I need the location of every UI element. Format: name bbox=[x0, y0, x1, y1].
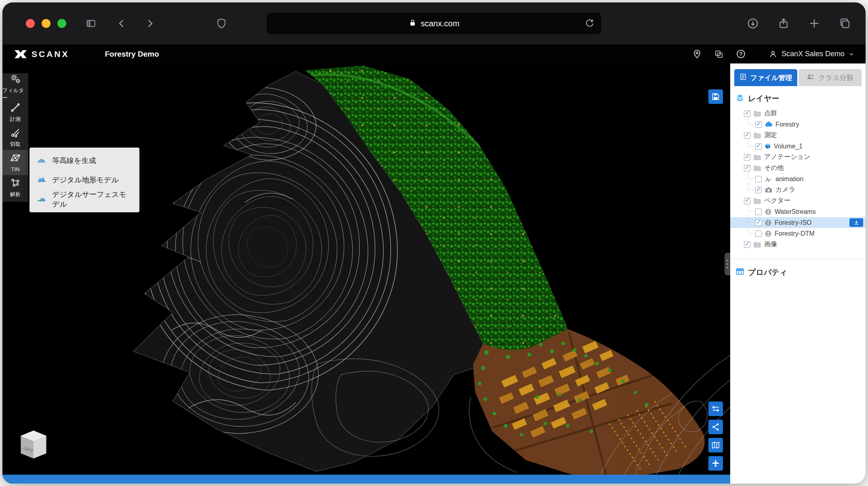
layer-checkbox[interactable] bbox=[755, 230, 762, 237]
layer-checkbox[interactable] bbox=[755, 121, 762, 128]
layer-checkbox[interactable] bbox=[744, 154, 750, 161]
translate-icon[interactable] bbox=[714, 49, 724, 59]
layer-row-forestry[interactable]: Forestry bbox=[730, 119, 866, 130]
folder-icon bbox=[754, 133, 761, 138]
privacy-shield-icon[interactable] bbox=[216, 18, 227, 29]
save-view-button[interactable] bbox=[708, 89, 723, 104]
tool-label: 解析 bbox=[10, 191, 21, 198]
dtm-mountain-icon bbox=[37, 174, 46, 186]
layer-row-volume1[interactable]: Volume_1 bbox=[730, 141, 866, 152]
folder-icon bbox=[754, 111, 761, 116]
nav-cube[interactable]: LEFT bbox=[16, 427, 51, 467]
menu-item-label: デジタルサーフェスモデル bbox=[52, 190, 132, 209]
tool-label: TIN bbox=[11, 166, 20, 172]
save-icon bbox=[711, 92, 720, 101]
dsm-surface-icon bbox=[37, 194, 46, 205]
tool-label: フィルター bbox=[2, 87, 28, 101]
tab-classification[interactable]: クラス分類 bbox=[798, 69, 862, 86]
properties-section-header[interactable]: プロパティ bbox=[730, 259, 866, 282]
layer-download-button[interactable] bbox=[849, 218, 863, 227]
url-bar[interactable]: scanx.com bbox=[267, 13, 601, 34]
layer-row-images-group[interactable]: 画像 bbox=[730, 239, 866, 250]
animation-icon bbox=[765, 176, 772, 182]
layer-checkbox[interactable] bbox=[755, 220, 762, 226]
layer-checkbox[interactable] bbox=[755, 209, 762, 215]
layer-checkbox[interactable] bbox=[744, 110, 750, 117]
user-icon bbox=[769, 50, 777, 59]
downloads-button[interactable] bbox=[747, 17, 759, 30]
tool-filter[interactable]: フィルター bbox=[2, 75, 28, 100]
transfer-arrows-icon bbox=[711, 404, 720, 413]
tool-label: 計測 bbox=[10, 116, 21, 123]
minimize-window-button[interactable] bbox=[42, 19, 51, 28]
tab-file-management[interactable]: ファイル管理 bbox=[734, 69, 797, 86]
forward-button[interactable] bbox=[144, 18, 155, 29]
layers-section-header[interactable]: レイヤー bbox=[730, 86, 866, 108]
lock-icon bbox=[409, 19, 417, 28]
layer-checkbox[interactable] bbox=[755, 187, 762, 193]
user-menu[interactable]: ScanX Sales Demo bbox=[769, 50, 854, 59]
layer-label: 画像 bbox=[764, 240, 777, 249]
layer-row-forestry-dtm[interactable]: Forestry-DTM bbox=[730, 228, 866, 239]
globe-icon bbox=[765, 220, 771, 226]
share-scene-button[interactable] bbox=[708, 420, 723, 434]
close-window-button[interactable] bbox=[26, 19, 35, 28]
folder-icon bbox=[754, 198, 761, 204]
layer-checkbox[interactable] bbox=[755, 143, 762, 150]
menu-item-dtm[interactable]: デジタル地形モデル bbox=[29, 170, 139, 190]
tab-label: クラス分類 bbox=[818, 73, 853, 82]
reload-button[interactable] bbox=[584, 18, 595, 28]
new-tab-button[interactable] bbox=[808, 17, 820, 30]
map-icon bbox=[711, 441, 720, 450]
layer-checkbox[interactable] bbox=[744, 165, 750, 171]
sidebar-toggle-button[interactable] bbox=[85, 18, 97, 29]
transfer-button[interactable] bbox=[708, 401, 723, 416]
layer-row-camera[interactable]: カメラ bbox=[730, 184, 866, 195]
layer-label: Forestry bbox=[775, 121, 799, 128]
download-icon bbox=[853, 220, 860, 226]
layer-label: animation bbox=[775, 175, 803, 183]
scanx-logo[interactable]: SCANX bbox=[14, 49, 70, 59]
layer-label: アノテーション bbox=[764, 153, 810, 161]
layer-checkbox[interactable] bbox=[755, 176, 762, 182]
location-pin-icon[interactable] bbox=[692, 49, 702, 59]
chevron-down-icon bbox=[849, 51, 854, 57]
analysis-nodes-icon bbox=[10, 177, 21, 190]
tool-measure[interactable]: 計測 bbox=[2, 100, 28, 125]
scissors-icon bbox=[10, 127, 21, 139]
tab-overview-button[interactable] bbox=[839, 17, 851, 30]
menu-item-generate-contours[interactable]: 等高線を生成 bbox=[29, 151, 139, 170]
layer-checkbox[interactable] bbox=[744, 241, 750, 248]
layers-icon bbox=[736, 94, 744, 104]
tin-menu: 等高線を生成 デジタル地形モデル デジタルサーフェスモデル bbox=[29, 148, 139, 212]
layer-label: その他 bbox=[764, 164, 784, 172]
tool-clip[interactable]: 切取 bbox=[2, 125, 28, 150]
zoom-window-button[interactable] bbox=[57, 19, 66, 28]
layer-checkbox[interactable] bbox=[744, 198, 750, 204]
map-button[interactable] bbox=[708, 438, 723, 452]
menu-item-label: 等高線を生成 bbox=[52, 156, 96, 165]
viewport-3d[interactable]: フィルター 計測 切取 bbox=[2, 63, 730, 484]
layer-label: ベクター bbox=[764, 197, 790, 205]
flight-view-button[interactable] bbox=[708, 456, 723, 471]
measure-icon bbox=[10, 102, 21, 114]
back-button[interactable] bbox=[116, 18, 128, 29]
tool-tin[interactable]: TIN bbox=[2, 150, 28, 175]
point-cloud-scene[interactable] bbox=[2, 63, 730, 475]
globe-icon bbox=[765, 230, 771, 237]
share-button[interactable] bbox=[777, 17, 790, 30]
tool-analysis[interactable]: 解析 bbox=[2, 175, 28, 200]
logo-text: SCANX bbox=[32, 49, 70, 59]
filter-gears-icon bbox=[10, 74, 21, 86]
layer-checkbox[interactable] bbox=[744, 132, 750, 139]
layer-tree: 点群 Forestry 測定 Volume_1 bbox=[730, 108, 866, 250]
help-icon[interactable]: ? bbox=[736, 49, 746, 59]
globe-icon bbox=[765, 209, 771, 215]
viewer-toolbar: フィルター 計測 切取 bbox=[2, 73, 28, 202]
panel-collapse-handle[interactable] bbox=[725, 253, 730, 275]
layer-row-annotation-group[interactable]: アノテーション bbox=[730, 152, 866, 163]
file-management-icon bbox=[739, 73, 747, 82]
menu-item-dsm[interactable]: デジタルサーフェスモデル bbox=[29, 190, 139, 209]
camera-icon bbox=[765, 187, 772, 193]
svg-text:?: ? bbox=[739, 51, 743, 57]
